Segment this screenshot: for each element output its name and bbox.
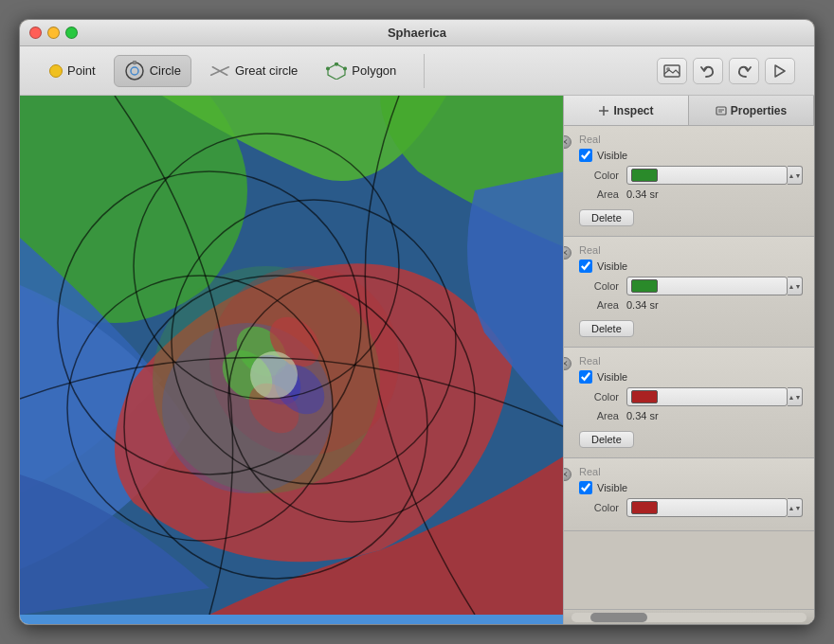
visible-label-3: Visible: [597, 371, 627, 383]
svg-point-7: [343, 66, 347, 70]
area-value-2: 0.34 sr: [626, 299, 659, 311]
right-panel: Inspect Properties ✕ Real: [563, 96, 814, 624]
visible-checkbox-2[interactable]: [579, 259, 592, 273]
visible-label-1: Visible: [597, 150, 627, 161]
redo-icon: [736, 64, 752, 78]
color-swatch-1: [631, 169, 658, 182]
toolbar-separator: [424, 54, 425, 88]
inspect-tab-label: Inspect: [613, 104, 653, 117]
undo-icon: [700, 64, 716, 78]
svg-point-0: [126, 63, 143, 80]
play-icon: [774, 64, 786, 78]
window-controls: [29, 27, 78, 39]
remove-item-1-button[interactable]: ✕: [564, 135, 571, 149]
point-label: Point: [67, 63, 96, 78]
toolbar: Point Circle Great circle Pol: [20, 46, 814, 96]
area-value-1: 0.34 sr: [626, 188, 659, 200]
remove-item-4-button[interactable]: ✕: [564, 468, 571, 481]
window-title: Sphaerica: [388, 26, 446, 40]
main-content: Inspect Properties ✕ Real: [20, 96, 814, 624]
real-label-4: Real: [579, 466, 803, 477]
color-select-3[interactable]: [626, 387, 788, 406]
color-stepper-2[interactable]: ▲▼: [788, 277, 803, 295]
titlebar: Sphaerica: [20, 20, 814, 46]
color-stepper-4[interactable]: ▲▼: [788, 498, 803, 517]
properties-icon: [716, 105, 727, 116]
visible-checkbox-3[interactable]: [579, 370, 592, 384]
close-button[interactable]: [29, 27, 42, 39]
redo-button[interactable]: [729, 58, 759, 84]
real-label-3: Real: [579, 355, 803, 367]
color-row-3: Color ▲▼: [579, 387, 803, 406]
color-stepper-3[interactable]: ▲▼: [788, 387, 803, 406]
area-row-1: Area 0.34 sr: [579, 188, 803, 200]
svg-point-6: [335, 63, 338, 66]
color-swatch-4: [631, 501, 658, 514]
great-circle-tool-button[interactable]: Great circle: [199, 58, 308, 84]
real-label-1: Real: [579, 134, 803, 145]
remove-item-2-button[interactable]: ✕: [564, 246, 571, 259]
delete-button-3[interactable]: Delete: [579, 431, 634, 448]
visible-checkbox-1[interactable]: [579, 149, 592, 162]
inspector-item-3: ✕ Real Visible Color ▲▼ Area: [564, 348, 814, 458]
svg-point-2: [133, 61, 136, 64]
color-label-4: Color: [579, 502, 626, 513]
svg-marker-11: [775, 65, 785, 77]
color-row-2: Color ▲▼: [579, 277, 803, 295]
delete-button-2[interactable]: Delete: [579, 320, 634, 337]
area-label-2: Area: [579, 299, 626, 311]
point-tool-button[interactable]: Point: [39, 58, 106, 83]
inspect-icon: [598, 105, 609, 116]
color-swatch-2: [631, 279, 658, 293]
color-row-1: Color ▲▼: [579, 166, 803, 185]
color-label-2: Color: [579, 280, 626, 292]
visible-checkbox-4[interactable]: [579, 481, 592, 494]
circle-label: Circle: [150, 63, 181, 78]
scroll-thumb[interactable]: [590, 613, 647, 622]
color-select-2[interactable]: [626, 277, 788, 295]
visible-row-3: Visible: [579, 370, 803, 384]
great-circle-label: Great circle: [235, 63, 298, 78]
color-stepper-1[interactable]: ▲▼: [788, 166, 803, 185]
great-circle-icon: [209, 63, 230, 79]
canvas-area[interactable]: [20, 96, 563, 624]
area-row-2: Area 0.34 sr: [579, 299, 803, 311]
app-window: Sphaerica Point Circle Great circle: [19, 19, 815, 625]
polygon-tool-button[interactable]: Polygon: [316, 57, 407, 85]
inspector-item-2: ✕ Real Visible Color ▲▼ Area: [564, 237, 814, 348]
remove-item-3-button[interactable]: ✕: [564, 357, 571, 370]
point-icon: [49, 64, 63, 78]
visible-row-2: Visible: [579, 259, 803, 273]
inspect-tab[interactable]: Inspect: [564, 96, 689, 125]
circle-tool-button[interactable]: Circle: [114, 55, 191, 87]
maximize-button[interactable]: [65, 27, 78, 39]
area-label-1: Area: [579, 188, 626, 200]
polygon-label: Polygon: [352, 63, 396, 78]
color-label-1: Color: [579, 170, 626, 181]
inspector-item-4: ✕ Real Visible Color ▲▼: [564, 458, 814, 531]
area-label-3: Area: [579, 410, 626, 421]
polygon-icon: [326, 63, 347, 80]
svg-marker-5: [328, 63, 345, 79]
properties-tab[interactable]: Properties: [689, 96, 814, 125]
circle-icon: [124, 61, 145, 81]
color-row-4: Color ▲▼: [579, 498, 803, 517]
color-swatch-3: [631, 390, 658, 403]
color-select-1[interactable]: [626, 166, 788, 185]
delete-button-1[interactable]: Delete: [579, 209, 634, 226]
svg-point-1: [131, 67, 138, 75]
minimize-button[interactable]: [47, 27, 60, 39]
horizontal-scrollbar[interactable]: [571, 613, 807, 622]
play-button[interactable]: [765, 58, 795, 84]
image-export-button[interactable]: [657, 58, 687, 84]
undo-button[interactable]: [693, 58, 723, 84]
area-row-3: Area 0.34 sr: [579, 410, 803, 421]
color-select-4[interactable]: [626, 498, 788, 517]
panel-tabs: Inspect Properties: [564, 96, 814, 126]
real-label-2: Real: [579, 244, 803, 256]
visible-label-2: Visible: [597, 260, 627, 272]
toolbar-right: [657, 58, 795, 84]
properties-tab-label: Properties: [731, 104, 787, 117]
panel-content[interactable]: ✕ Real Visible Color ▲▼ Area: [564, 126, 814, 609]
sphere-canvas[interactable]: [20, 96, 563, 615]
